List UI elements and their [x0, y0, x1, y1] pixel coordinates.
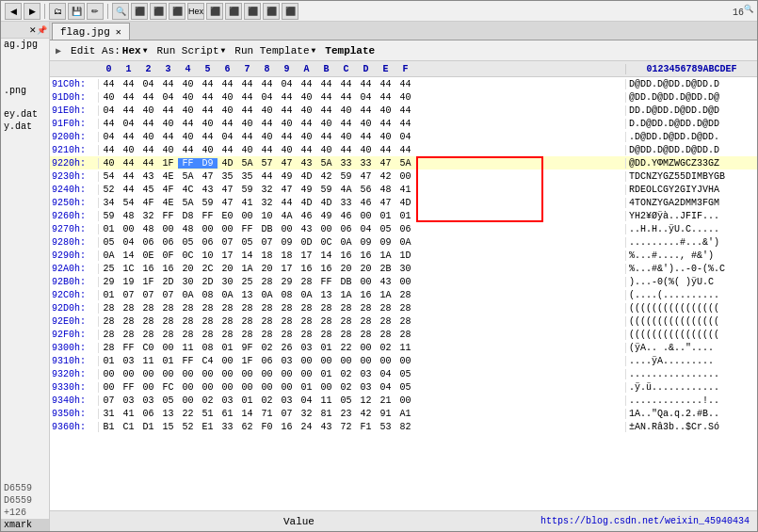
hex-byte[interactable]: 4F [138, 198, 158, 208]
hex-byte[interactable]: 44 [277, 92, 297, 103]
hex-byte[interactable]: 28 [336, 316, 356, 327]
sidebar-file-ag[interactable]: ag.jpg [1, 39, 49, 51]
hex-byte[interactable]: 00 [316, 382, 336, 393]
hex-byte[interactable]: 40 [336, 132, 356, 142]
hex-byte[interactable]: 04 [119, 119, 138, 129]
hex-byte[interactable]: 46 [297, 211, 316, 221]
hex-byte[interactable]: 29 [277, 277, 297, 287]
hex-byte[interactable]: 00 [395, 356, 415, 366]
hex-row[interactable]: 92A0h:251C1616202C201A2017161620202B30%.… [50, 262, 757, 275]
sidebar-file-2[interactable] [1, 51, 49, 62]
hex-byte[interactable]: 40 [198, 145, 218, 155]
hex-byte[interactable]: 13 [158, 409, 178, 419]
hex-byte[interactable]: 00 [198, 224, 218, 234]
hex-byte[interactable]: 44 [297, 79, 316, 89]
hex-byte[interactable]: 4F [158, 185, 178, 195]
hex-byte[interactable]: 03 [218, 395, 237, 406]
hex-byte[interactable]: 43 [198, 185, 218, 195]
hex-byte[interactable]: 0A [336, 237, 356, 248]
hex-byte[interactable]: 44 [198, 105, 218, 116]
hex-byte[interactable]: 04 [376, 369, 395, 379]
hex-byte[interactable]: 26 [277, 343, 297, 353]
hex-byte[interactable]: 47 [277, 185, 297, 195]
hex-byte[interactable]: 1A [376, 250, 395, 261]
hex-byte[interactable]: 44 [119, 105, 138, 116]
hex-byte[interactable]: 28 [237, 330, 257, 340]
hex-byte[interactable]: 00 [178, 382, 198, 393]
sidebar-file-4[interactable] [1, 73, 49, 85]
hex-byte[interactable]: 00 [395, 171, 415, 182]
hex-byte[interactable]: FF [237, 224, 257, 234]
hex-byte[interactable]: 40 [178, 79, 198, 89]
hex-byte[interactable]: 0C [316, 237, 336, 248]
hex-byte[interactable]: 47 [198, 171, 218, 182]
hex-byte[interactable]: 48 [138, 224, 158, 234]
hex-byte[interactable]: 52 [99, 185, 119, 195]
hex-byte[interactable]: 40 [395, 92, 415, 103]
hex-byte[interactable]: 02 [376, 343, 395, 353]
hex-byte[interactable]: 44 [119, 185, 138, 195]
hex-byte[interactable]: 44 [257, 145, 277, 155]
hex-byte[interactable]: A1 [395, 409, 415, 419]
hex-byte[interactable]: 05 [237, 237, 257, 248]
hex-byte[interactable]: 28 [376, 330, 395, 340]
hex-byte[interactable]: 2B [376, 264, 395, 274]
hex-byte[interactable]: 1C [119, 264, 138, 274]
hex-byte[interactable]: 20 [356, 264, 376, 274]
hex-byte[interactable]: 16 [277, 422, 297, 432]
sidebar-file-png[interactable]: .png [1, 85, 49, 97]
hex-byte[interactable]: 44 [395, 105, 415, 116]
hex-byte[interactable]: 44 [218, 145, 237, 155]
hex-byte[interactable]: 05 [376, 224, 395, 234]
hex-byte[interactable]: 44 [297, 145, 316, 155]
hex-byte[interactable]: 47 [218, 198, 237, 208]
hex-byte[interactable]: 0A [395, 237, 415, 248]
hex-row[interactable]: 9310h:01031101FFC4001F0603000000000000..… [50, 354, 757, 367]
hex-byte[interactable]: 54 [119, 198, 138, 208]
hex-row[interactable]: 92C0h:010707070A080A130A080A131A161A28(.… [50, 288, 757, 301]
hex-byte[interactable]: 11 [395, 343, 415, 353]
hex-byte[interactable]: 44 [277, 132, 297, 142]
hex-byte[interactable]: 59 [336, 171, 356, 182]
hex-byte[interactable]: 44 [119, 79, 138, 89]
hex-byte[interactable]: 40 [138, 132, 158, 142]
hex-byte[interactable]: 35 [237, 171, 257, 182]
hex-byte[interactable]: 5A [178, 198, 198, 208]
hex-byte[interactable]: 01 [316, 343, 336, 353]
hex-byte[interactable]: 00 [277, 224, 297, 234]
hex-byte[interactable]: 28 [198, 330, 218, 340]
hex-row[interactable]: 9210h:44404440444044404440444044404444D@… [50, 143, 757, 156]
hex-byte[interactable]: 00 [218, 224, 237, 234]
hex-byte[interactable]: 16 [356, 250, 376, 261]
hex-byte[interactable]: FC [158, 382, 178, 393]
hex-byte[interactable]: 28 [277, 330, 297, 340]
hex-byte[interactable]: 1D [395, 250, 415, 261]
hex-byte[interactable]: 4D [395, 198, 415, 208]
hex-row[interactable]: 91E0h:04444044404440444044404440444044DD… [50, 104, 757, 117]
hex-byte[interactable]: 44 [119, 92, 138, 103]
hex-byte[interactable]: 28 [395, 316, 415, 327]
hex-byte[interactable]: 30 [395, 264, 415, 274]
hex-byte[interactable]: 56 [356, 185, 376, 195]
hex-data-area[interactable]: 91C0h:44440444404444444404444444444444D@… [50, 77, 757, 510]
hex-byte[interactable]: D1 [138, 422, 158, 432]
hex-byte[interactable]: 08 [198, 290, 218, 300]
hex-byte[interactable]: 35 [218, 171, 237, 182]
hex-row[interactable]: 9290h:0A140E0F0C1017141818171416161A1D%.… [50, 249, 757, 262]
hex-byte[interactable]: 28 [297, 303, 316, 314]
hex-byte[interactable]: 03 [138, 395, 158, 406]
hex-byte[interactable]: 47 [376, 198, 395, 208]
sidebar-close-btn[interactable]: ✕ [29, 25, 37, 35]
hex-byte[interactable]: 28 [218, 303, 237, 314]
hex-byte[interactable]: 14 [237, 409, 257, 419]
hex-byte[interactable]: 49 [316, 211, 336, 221]
hex-byte[interactable]: 28 [99, 303, 119, 314]
hex-byte[interactable]: 00 [218, 356, 237, 366]
hex-byte[interactable]: 59 [237, 185, 257, 195]
hex-byte[interactable]: 00 [237, 369, 257, 379]
hex-byte[interactable]: 28 [198, 316, 218, 327]
hex-byte[interactable]: 5A [178, 171, 198, 182]
hex-byte[interactable]: 00 [237, 382, 257, 393]
hex-byte[interactable]: 40 [99, 92, 119, 103]
hex-byte[interactable]: 28 [99, 330, 119, 340]
